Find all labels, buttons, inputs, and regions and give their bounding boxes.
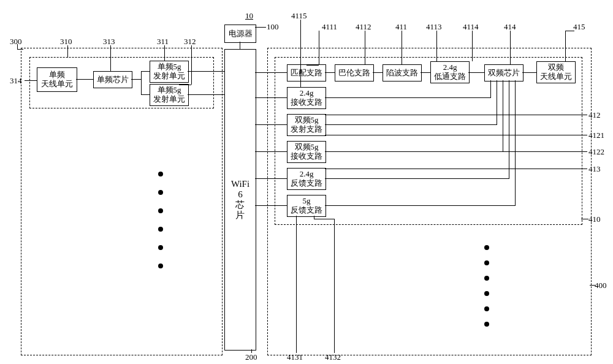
conn (468, 72, 484, 73)
conn (490, 80, 491, 97)
leader (25, 80, 37, 81)
conn (515, 80, 516, 205)
leader (325, 135, 587, 135)
conn (325, 97, 491, 98)
conn (325, 124, 497, 125)
ref-312: 312 (184, 37, 196, 47)
leader (402, 31, 402, 65)
conn (240, 42, 240, 49)
conn (509, 80, 509, 178)
conn (188, 94, 224, 95)
ref-4131: 4131 (287, 352, 303, 362)
leader (164, 45, 165, 61)
ellipsis-dot (484, 276, 489, 281)
block-sf-chip: 单频芯片 (93, 71, 132, 88)
conn (141, 71, 142, 94)
conn (522, 72, 536, 73)
leader (17, 49, 23, 50)
ref-300: 300 (10, 37, 22, 47)
ellipsis-dot (484, 260, 489, 265)
leader (300, 20, 301, 87)
ref-415: 415 (573, 22, 585, 32)
block-wifi6: WiFi 6 芯 片 (224, 49, 256, 351)
ellipsis-dot (484, 245, 489, 250)
conn (255, 205, 287, 206)
leader (325, 115, 587, 115)
conn (325, 205, 516, 206)
conn (497, 80, 497, 124)
leader (436, 31, 437, 61)
ref-413: 413 (588, 164, 601, 174)
leader (67, 45, 68, 58)
leader (365, 31, 365, 65)
ellipsis-dot (484, 306, 489, 311)
ref-313: 313 (103, 37, 115, 47)
block-sf-tx1: 单频5g 发射单元 (150, 61, 189, 83)
leader (581, 219, 588, 219)
ellipsis-dot (158, 264, 163, 268)
conn (255, 178, 287, 179)
leader (565, 31, 574, 31)
leader (296, 216, 297, 353)
leader (472, 31, 473, 61)
ellipsis-dot (158, 227, 163, 232)
conn (421, 72, 430, 73)
leader (325, 169, 587, 169)
block-rx24: 2.4g 接收支路 (287, 87, 326, 109)
conn (141, 94, 150, 95)
ref-4113: 4113 (426, 22, 442, 32)
ref-4114: 4114 (463, 22, 479, 32)
leader (565, 31, 566, 61)
leader (590, 285, 596, 286)
ref-412: 412 (588, 110, 601, 120)
ref-400: 400 (595, 281, 607, 290)
ref-314: 314 (10, 76, 22, 86)
block-sf-tx2: 单频5g 发射单元 (150, 84, 189, 106)
leader (251, 349, 252, 353)
ref-311: 311 (157, 37, 169, 47)
conn (76, 79, 93, 80)
ellipsis-dot (158, 190, 163, 195)
leader (191, 45, 192, 85)
block-fb5: 5g 反馈支路 (287, 195, 326, 217)
leader (314, 219, 334, 219)
leader (325, 151, 587, 152)
leader (306, 65, 319, 66)
leader (319, 31, 319, 65)
conn (255, 151, 287, 152)
ref-4115: 4115 (291, 11, 307, 21)
block-sf-antenna: 单频 天线单元 (37, 67, 77, 92)
ref-4111: 4111 (322, 22, 337, 32)
ref-4132: 4132 (325, 352, 341, 362)
conn (255, 97, 287, 98)
ellipsis-dot (484, 322, 489, 327)
conn (188, 71, 224, 72)
ref-4112: 4112 (356, 22, 371, 32)
ref-410: 410 (588, 214, 601, 224)
leader (314, 216, 314, 219)
block-fb24: 2.4g 反馈支路 (287, 168, 326, 190)
ref-100: 100 (267, 22, 279, 32)
leader (510, 31, 511, 65)
ellipsis-dot (158, 172, 163, 176)
ref-4121: 4121 (588, 131, 604, 140)
block-balun: 巴伦支路 (335, 64, 374, 82)
block-match: 匹配支路 (287, 64, 326, 82)
leader (334, 219, 335, 353)
ref-200: 200 (245, 352, 257, 362)
conn (131, 79, 141, 80)
leader (179, 85, 191, 85)
ellipsis-dot (158, 245, 163, 250)
conn (325, 178, 509, 179)
conn (141, 71, 150, 72)
conn (325, 72, 335, 73)
ref-310: 310 (60, 37, 72, 47)
ellipsis-dot (484, 291, 489, 296)
conn (255, 72, 287, 73)
block-df5tx: 双频5g 发射支路 (287, 114, 326, 136)
leader (17, 44, 18, 49)
conn (255, 124, 287, 125)
conn (503, 80, 503, 151)
ellipsis-dot (158, 208, 163, 213)
block-df5rx: 双频5g 接收支路 (287, 141, 326, 163)
